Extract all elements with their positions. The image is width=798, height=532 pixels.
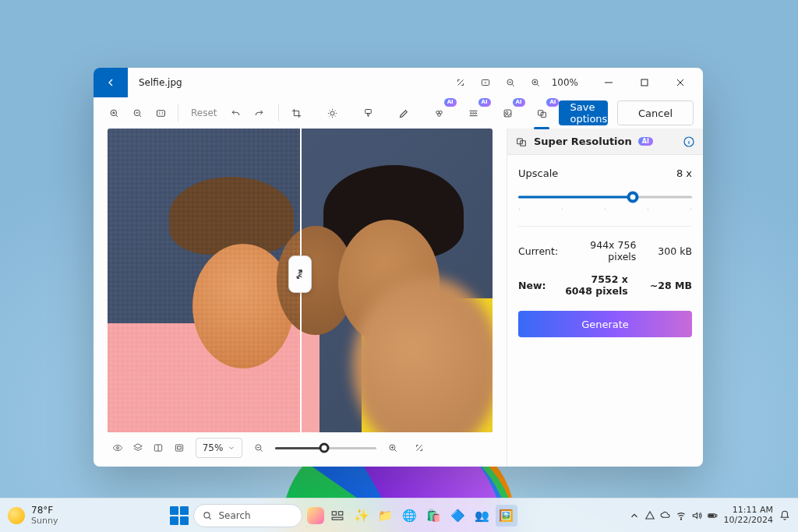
zoom-in-tool-icon[interactable] <box>103 102 125 124</box>
background-ai-icon[interactable]: AI <box>463 102 485 124</box>
search-placeholder: Search <box>219 510 251 521</box>
fullscreen-icon[interactable] <box>449 71 472 94</box>
ai-badge: AI <box>478 98 491 107</box>
file-explorer-icon[interactable]: 📁 <box>375 505 397 527</box>
volume-icon[interactable] <box>691 510 702 521</box>
super-resolution-panel: Super Resolution AI Upscale 8 x <box>507 129 703 467</box>
undo-icon[interactable] <box>225 102 247 124</box>
back-button[interactable] <box>94 68 128 97</box>
generate-button[interactable]: Generate <box>518 311 692 337</box>
fit-icon[interactable] <box>169 438 189 458</box>
svg-point-29 <box>203 512 209 517</box>
compare-handle[interactable] <box>288 255 312 293</box>
super-resolution-icon <box>515 136 528 148</box>
file-name: Selfie.jpg <box>139 77 182 88</box>
redo-icon[interactable] <box>249 102 270 124</box>
widgets-icon[interactable] <box>307 507 324 524</box>
pixelated-overlay <box>108 129 300 432</box>
svg-rect-19 <box>541 112 546 117</box>
zoom-out-icon[interactable] <box>499 71 522 94</box>
svg-rect-36 <box>708 514 713 516</box>
markup-icon[interactable] <box>393 102 415 124</box>
wifi-icon[interactable] <box>676 510 687 521</box>
svg-point-20 <box>117 447 119 449</box>
task-view-icon[interactable] <box>327 505 348 527</box>
compare-view-icon[interactable] <box>148 438 168 458</box>
svg-point-8 <box>330 111 334 115</box>
filter-icon[interactable] <box>357 102 379 124</box>
tray-icon[interactable] <box>644 510 655 521</box>
restyle-ai-icon[interactable]: AI <box>497 102 519 124</box>
system-tray: 11:11 AM 10/22/2024 <box>629 506 790 525</box>
save-options-button[interactable]: Save options <box>559 100 607 125</box>
upscale-label: Upscale <box>518 167 558 179</box>
zoom-in-icon[interactable] <box>524 71 547 94</box>
svg-point-15 <box>475 112 477 114</box>
desktop: Selfie.jpg 100% <box>0 0 798 532</box>
svg-rect-9 <box>365 109 372 113</box>
zoom-out-bottom-icon[interactable] <box>249 438 269 458</box>
close-button[interactable] <box>662 70 698 95</box>
svg-point-14 <box>473 112 475 114</box>
search-icon <box>202 510 213 521</box>
ai-badge: AI <box>444 98 457 107</box>
titlebar: Selfie.jpg 100% <box>94 68 703 97</box>
svg-rect-26 <box>517 139 523 144</box>
new-dimensions-row: New: 7552 x 6048 pixels ~28 MB <box>518 273 692 297</box>
zoom-dropdown[interactable]: 75% <box>196 438 243 458</box>
zoom-slider[interactable] <box>275 442 376 453</box>
start-button[interactable] <box>170 506 189 525</box>
crop-icon[interactable] <box>286 102 308 124</box>
battery-icon[interactable] <box>707 510 718 521</box>
zoom-in-bottom-icon[interactable] <box>383 438 403 458</box>
minimize-button[interactable] <box>591 70 627 95</box>
ai-badge: AI <box>546 98 559 107</box>
copilot-icon[interactable]: ✨ <box>351 505 373 527</box>
fullscreen-bottom-icon[interactable] <box>409 438 429 458</box>
upscale-slider[interactable] <box>518 190 692 204</box>
weather-widget[interactable]: 78°F Sunny <box>8 505 58 526</box>
ai-badge: AI <box>513 98 525 107</box>
eye-icon[interactable] <box>108 438 128 458</box>
panel-header: Super Resolution AI <box>507 129 703 155</box>
svg-rect-35 <box>715 514 716 516</box>
svg-rect-23 <box>177 446 181 449</box>
photos-editor-window: Selfie.jpg 100% <box>94 68 703 467</box>
app-icon[interactable]: 🔷 <box>447 505 469 527</box>
chevron-down-icon <box>228 444 235 452</box>
svg-rect-18 <box>538 110 542 115</box>
upscale-value: 8 x <box>676 167 692 179</box>
edge-icon[interactable]: 🌐 <box>399 505 421 527</box>
svg-rect-31 <box>338 511 342 515</box>
erase-ai-icon[interactable]: AI <box>429 102 450 124</box>
teams-icon[interactable]: 👥 <box>471 505 493 527</box>
adjust-icon[interactable] <box>322 102 344 124</box>
svg-rect-27 <box>521 140 526 146</box>
cancel-button[interactable]: Cancel <box>617 100 694 125</box>
onedrive-icon[interactable] <box>660 510 671 521</box>
super-resolution-ai-icon[interactable]: AI <box>531 102 553 124</box>
zoom-out-tool-icon[interactable] <box>126 102 148 124</box>
notifications-icon[interactable] <box>779 510 790 521</box>
aspect-ratio-icon[interactable]: 1:1 <box>150 102 171 124</box>
clock[interactable]: 11:11 AM 10/22/2024 <box>724 506 773 525</box>
editor-toolbar: 1:1 Reset AI AI <box>94 97 703 129</box>
info-icon[interactable] <box>683 136 695 148</box>
image-canvas[interactable] <box>108 129 493 432</box>
taskbar-search[interactable]: Search <box>193 504 302 527</box>
fit-to-window-icon[interactable] <box>474 71 497 94</box>
reset-button[interactable]: Reset <box>185 102 224 124</box>
taskbar: 78°F Sunny Search ✨ 📁 🌐 🛍️ 🔷 👥 🖼️ <box>0 498 798 532</box>
panel-title: Super Resolution <box>534 136 632 147</box>
svg-point-33 <box>680 519 681 520</box>
slider-ticks: ····· <box>518 206 692 213</box>
maximize-button[interactable] <box>627 70 662 95</box>
photos-app-icon[interactable]: 🖼️ <box>496 505 517 527</box>
sun-icon <box>8 507 25 524</box>
weather-temp: 78°F <box>31 505 58 516</box>
weather-desc: Sunny <box>31 516 58 526</box>
layers-icon[interactable] <box>128 438 148 458</box>
store-icon[interactable]: 🛍️ <box>423 505 445 527</box>
chevron-up-icon[interactable] <box>629 510 640 521</box>
svg-point-13 <box>471 112 472 114</box>
